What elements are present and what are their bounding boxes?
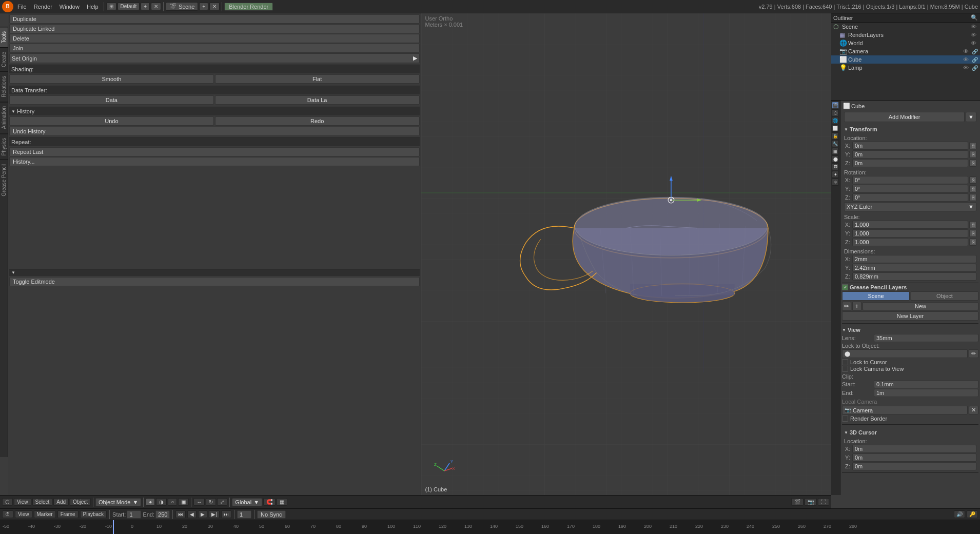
sc-x-input[interactable]: 1.000 (852, 221, 968, 229)
modifiers-tab[interactable]: 🔧 (832, 140, 839, 147)
sc-z-input[interactable]: 1.000 (852, 238, 968, 246)
cam-link-icon[interactable]: 🔗 (972, 49, 978, 54)
toggle-editmode-btn[interactable]: Toggle Editmode (9, 277, 420, 286)
fullscreen-btn[interactable]: ⛶ (818, 498, 829, 506)
add-screen-btn[interactable]: + (141, 3, 150, 10)
tl-end-input[interactable]: 250 (155, 510, 170, 519)
lamp-link-icon[interactable]: 🔗 (972, 65, 978, 71)
tl-keying-btn[interactable]: 🔑 (967, 510, 978, 518)
tl-frame-btn[interactable]: Frame (57, 510, 79, 518)
outliner-search-btn[interactable]: 🔍 (971, 14, 978, 21)
tl-playback-btn[interactable]: Playback (80, 510, 107, 518)
scene-tab[interactable]: ⬡ (832, 109, 839, 116)
viewport-icon-btn[interactable]: ⬡ (2, 498, 13, 506)
tl-play-btn[interactable]: ▶ (198, 510, 207, 518)
select-menu-btn[interactable]: Select (32, 498, 53, 506)
smooth-btn[interactable]: Smooth (9, 74, 214, 84)
sc-y-copy[interactable]: ⎘ (969, 230, 976, 237)
world-tab[interactable]: 🌐 (832, 117, 839, 124)
rot-y-copy[interactable]: ⎘ (969, 185, 976, 192)
render-tab[interactable]: 🎬 (832, 102, 839, 109)
sc-x-copy[interactable]: ⎘ (969, 221, 976, 228)
window-menu[interactable]: Window (56, 3, 83, 11)
repeat-last-btn[interactable]: Repeat Last (9, 147, 420, 156)
vp-texture-btn[interactable]: ▣ (178, 498, 189, 506)
set-origin-btn[interactable]: Set Origin ▶ (9, 53, 420, 63)
gp-new-btn[interactable]: New (863, 302, 978, 310)
duplicate-linked-btn[interactable]: Duplicate Linked (9, 24, 420, 33)
gp-new-layer-btn[interactable]: New Layer (842, 311, 978, 321)
eye-icon[interactable]: 👁 (971, 24, 978, 30)
data-la-btn[interactable]: Data La (215, 95, 420, 105)
eye-icon-rl[interactable]: 👁 (971, 32, 978, 38)
end-input[interactable]: 1m (874, 389, 978, 397)
object-mode-selector[interactable]: Object Mode ▼ (95, 498, 141, 506)
delete-btn[interactable]: Delete (9, 34, 420, 43)
tl-jump-end-btn[interactable]: ⏭ (221, 510, 231, 518)
tab-relations[interactable]: Relations (0, 71, 8, 102)
render-menu[interactable]: Render (31, 3, 55, 11)
flat-btn[interactable]: Flat (215, 74, 420, 84)
sc-z-copy[interactable]: ⎘ (969, 239, 976, 246)
loc-y-copy[interactable]: ⎘ (969, 151, 976, 158)
tl-view-btn[interactable]: View (15, 510, 32, 518)
snap-type-btn[interactable]: ▦ (277, 498, 287, 506)
tl-jump-start-btn[interactable]: ⏮ (175, 510, 186, 518)
cur-z-input[interactable]: 0m (852, 462, 976, 470)
physics-tab[interactable]: ⚛ (832, 179, 839, 186)
lock-cursor-checkbox[interactable] (842, 359, 848, 365)
remove-screen-btn[interactable]: ✕ (151, 3, 161, 10)
rot-z-copy[interactable]: ⎘ (969, 194, 976, 201)
cur-x-input[interactable]: 0m (852, 445, 976, 453)
gp-pencil-icon[interactable]: ✏ (842, 302, 851, 311)
outliner-renderlayers[interactable]: ▦ RenderLayers 👁 (831, 31, 980, 39)
gp-scene-btn[interactable]: Scene (842, 291, 910, 301)
eye-icon-lamp[interactable]: 👁 (963, 65, 970, 71)
undo-btn[interactable]: Undo (9, 116, 214, 126)
tl-sync-selector[interactable]: No Sync (257, 510, 286, 519)
editor-type-btn[interactable]: ⊞ (106, 3, 116, 10)
vp-material-btn[interactable]: ◑ (156, 498, 167, 506)
scale-manipulator-btn[interactable]: ⤢ (217, 498, 227, 506)
outliner-lamp[interactable]: 💡 Lamp 👁 🔗 (831, 64, 980, 72)
camera-view-btn[interactable]: 📷 (805, 498, 817, 506)
add-modifier-btn[interactable]: Add Modifier (844, 112, 965, 122)
tab-physics[interactable]: Physics (0, 133, 8, 160)
cur-y-input[interactable]: 0m (852, 453, 976, 462)
start-input[interactable]: 0.1mm (874, 380, 978, 388)
data-tab[interactable]: ▦ (832, 148, 839, 155)
rot-y-input[interactable]: 0° (852, 185, 968, 193)
join-btn[interactable]: Join (9, 44, 420, 53)
eye-icon-cam[interactable]: 👁 (963, 48, 970, 54)
constraints-tab[interactable]: 🔒 (832, 132, 839, 140)
viewport[interactable]: User Ortho Meters × 0.001 Y X Z (1) Cube (421, 13, 832, 495)
eye-icon-cube[interactable]: 👁 (963, 56, 970, 63)
data-btn[interactable]: Data (9, 95, 214, 105)
tl-next-frame-btn[interactable]: ▶| (209, 510, 220, 518)
global-local-selector[interactable]: Global ▼ (232, 498, 262, 506)
rot-x-input[interactable]: 0° (852, 176, 968, 184)
add-modifier-dropdown[interactable]: ▼ (966, 112, 976, 122)
scene-add-btn[interactable]: + (199, 3, 208, 10)
object-menu-btn[interactable]: Object (70, 498, 91, 506)
outliner-cube[interactable]: ⬜ Cube 👁 🔗 (831, 55, 980, 64)
particles-tab[interactable]: ✦ (832, 171, 839, 178)
gp-add-icon[interactable]: + (852, 302, 861, 311)
scene-remove-btn[interactable]: ✕ (209, 3, 220, 10)
eye-icon-world[interactable]: 👁 (971, 40, 978, 46)
view-menu-btn[interactable]: View (14, 498, 31, 506)
loc-z-input[interactable]: 0m (852, 159, 968, 167)
tab-animation[interactable]: Animation (0, 102, 8, 133)
lens-input[interactable]: 35mm (874, 334, 978, 342)
sc-y-input[interactable]: 1.000 (852, 229, 968, 238)
tl-audio-btn[interactable]: 🔊 (954, 510, 965, 518)
texture-tab[interactable]: 🖼 (832, 163, 839, 170)
layout-selector[interactable]: Default (117, 3, 140, 10)
camera-input[interactable]: 📷 Camera (842, 406, 968, 414)
tab-grease-pencil[interactable]: Grease Pencil (0, 160, 8, 201)
vp-solid-btn[interactable]: ● (146, 498, 155, 506)
material-tab[interactable]: ⬤ (832, 155, 839, 163)
outliner-world[interactable]: 🌐 World 👁 (831, 39, 980, 47)
rotate-manipulator-btn[interactable]: ↻ (206, 498, 216, 506)
render-btn[interactable]: 🎬 (791, 498, 803, 506)
